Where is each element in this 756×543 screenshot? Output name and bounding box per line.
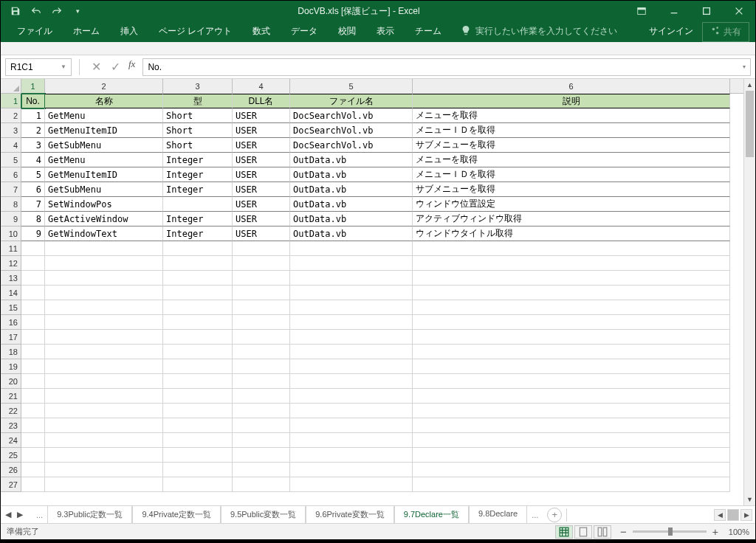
close-icon[interactable] [723,1,755,21]
cell[interactable] [290,448,413,463]
grid[interactable]: 123456 1No.名称型DLL名ファイル名説明21GetMenuShortU… [1,79,743,505]
cell[interactable]: GetMenu [45,153,163,167]
cell[interactable]: Integer [163,182,233,197]
cell[interactable]: USER [233,138,290,153]
cell[interactable] [233,374,290,389]
cell[interactable] [413,404,730,418]
cell[interactable] [45,241,163,256]
cell[interactable]: サブメニューを取得 [413,138,730,153]
cell-no[interactable] [21,477,45,492]
zoom-in-button[interactable]: + [712,526,718,538]
cell[interactable] [233,404,290,418]
cell[interactable] [413,433,730,448]
sheet-tab[interactable]: 9.4Private定数一覧 [132,505,221,525]
cell[interactable]: DocSearchVol.vb [290,123,413,138]
row-header[interactable]: 16 [1,315,21,330]
cell[interactable]: USER [233,212,290,226]
cell[interactable]: メニューＩＤを取得 [413,167,730,182]
cell[interactable] [45,359,163,374]
cell[interactable] [290,433,413,448]
row-header[interactable]: 13 [1,271,21,286]
cell-no[interactable] [21,463,45,477]
cell[interactable] [413,448,730,463]
maximize-icon[interactable] [690,1,723,21]
scroll-thumb[interactable] [746,91,754,157]
cell[interactable] [163,197,233,212]
zoom-slider[interactable] [633,530,707,533]
cell[interactable]: Short [163,123,233,138]
cell-no[interactable] [21,241,45,256]
cell[interactable] [163,477,233,492]
col-header[interactable]: 3 [163,79,233,94]
cell[interactable] [45,256,163,271]
cell[interactable] [290,418,413,433]
cell[interactable]: GetMenu [45,108,163,123]
cell[interactable] [413,463,730,477]
cell[interactable]: OutData.vb [290,197,413,212]
row-header[interactable]: 3 [1,123,21,138]
cell[interactable]: サブメニューを取得 [413,182,730,197]
cell[interactable] [45,433,163,448]
cell[interactable] [163,330,233,345]
cell[interactable]: GetActiveWindow [45,212,163,226]
cell[interactable] [233,418,290,433]
cell[interactable]: SetWindowPos [45,197,163,212]
cell[interactable] [290,241,413,256]
cell[interactable] [290,404,413,418]
cell[interactable] [413,374,730,389]
cell[interactable]: GetMenuItemID [45,123,163,138]
cell[interactable]: Integer [163,226,233,241]
cell[interactable] [233,330,290,345]
cell[interactable]: Short [163,138,233,153]
cell-no[interactable]: 6 [21,182,45,197]
cell-no[interactable] [21,389,45,404]
col-header[interactable]: 6 [413,79,730,94]
cell[interactable] [163,374,233,389]
cell-no[interactable] [21,300,45,315]
cell[interactable]: USER [233,197,290,212]
cell-no[interactable] [21,374,45,389]
cell[interactable] [233,286,290,300]
save-icon[interactable] [7,2,24,20]
cell[interactable] [233,433,290,448]
cell[interactable]: メニューＩＤを取得 [413,123,730,138]
cell[interactable]: Integer [163,167,233,182]
cell[interactable]: 型 [163,94,233,108]
cell-no[interactable]: 1 [21,108,45,123]
row-header[interactable]: 7 [1,182,21,197]
formula-input[interactable]: No. ▾ [142,58,751,76]
vertical-scrollbar[interactable]: ▲ ▼ [743,79,755,505]
cell-no[interactable]: 5 [21,167,45,182]
chevron-down-icon[interactable]: ▼ [61,63,66,70]
cell-no[interactable] [21,330,45,345]
cell[interactable] [233,359,290,374]
cell[interactable]: GetMenuItemID [45,167,163,182]
cell[interactable]: DocSearchVol.vb [290,108,413,123]
cell-no[interactable] [21,404,45,418]
cell[interactable] [45,271,163,286]
redo-icon[interactable] [48,2,66,20]
row-header[interactable]: 9 [1,212,21,226]
cell-no[interactable] [21,433,45,448]
row-header[interactable]: 8 [1,197,21,212]
cell[interactable] [413,271,730,286]
cell[interactable] [45,286,163,300]
cell[interactable] [233,463,290,477]
cell[interactable] [413,389,730,404]
cell[interactable] [413,330,730,345]
cell[interactable] [45,330,163,345]
row-header[interactable]: 25 [1,448,21,463]
row-header[interactable]: 12 [1,256,21,271]
undo-icon[interactable] [27,2,45,20]
cell[interactable] [163,463,233,477]
ribbon-tab-5[interactable]: データ [281,21,328,42]
cell-no[interactable] [21,286,45,300]
name-box[interactable]: R1C1 ▼ [5,58,72,76]
cell[interactable]: GetSubMenu [45,138,163,153]
cell[interactable] [45,374,163,389]
fx-icon[interactable]: fx [126,58,138,76]
sheet-tab[interactable]: 9.7Declare一覧 [394,505,469,525]
row-header[interactable]: 22 [1,404,21,418]
cell-no[interactable]: 9 [21,226,45,241]
cell[interactable] [163,418,233,433]
